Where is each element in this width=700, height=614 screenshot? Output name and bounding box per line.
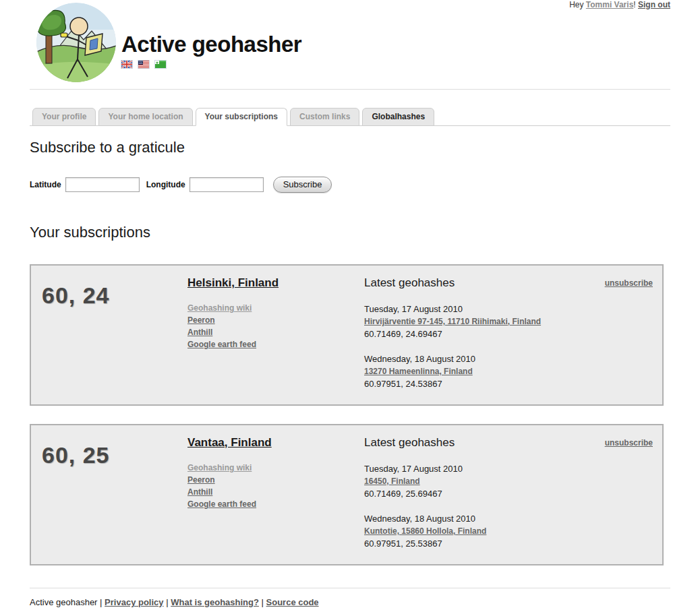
subscribe-button[interactable]: Subscribe [273, 177, 332, 193]
footer-site-name: Active geohasher [30, 597, 97, 607]
header: Active geohasher [30, 0, 670, 90]
latest-geohashes: Latest geohashes Tuesday, 17 August 2010… [364, 276, 541, 396]
geohash-date: Wednesday, 18 August 2010 [364, 353, 541, 365]
geohash-location-link[interactable]: Kuntotie, 15860 Hollola, Finland [364, 527, 486, 536]
geohash-coordinates: 60.71469, 25.69467 [364, 489, 486, 499]
tab-your-subscriptions[interactable]: Your subscriptions [196, 108, 287, 126]
footer-separator: | [100, 597, 102, 607]
privacy-policy-link[interactable]: Privacy policy [105, 597, 163, 607]
latest-geohashes-heading: Latest geohashes [364, 276, 541, 290]
unsubscribe-link[interactable]: unsubscribe [598, 276, 653, 288]
language-flag-us-icon[interactable] [138, 61, 149, 68]
longitude-label: Longitude [146, 180, 185, 189]
geohash-date: Wednesday, 18 August 2010 [364, 513, 486, 524]
subscribe-heading: Subscribe to a graticule [30, 139, 670, 156]
geohashing-wiki-link[interactable]: Geohashing wiki [187, 304, 252, 313]
subscription-card: 60, 24 Helsinki, Finland Geohashing wiki… [30, 264, 664, 406]
tab-your-profile[interactable]: Your profile [32, 108, 96, 126]
geohash-location-link[interactable]: Hirvijärventie 97-145, 11710 Riihimaki, … [364, 317, 541, 326]
what-is-geohashing-link[interactable]: What is geohashing? [171, 597, 259, 607]
anthill-link[interactable]: Anthill [187, 328, 212, 337]
graticule-name-link[interactable]: Helsinki, Finland [187, 276, 279, 290]
geohash-entry: Wednesday, 18 August 2010 13270 Hameenli… [364, 353, 541, 390]
tab-your-home-location[interactable]: Your home location [98, 108, 192, 126]
geohash-coordinates: 60.97951, 25.53867 [364, 539, 486, 549]
latitude-label: Latitude [30, 180, 61, 189]
google-earth-feed-link[interactable]: Google earth feed [187, 500, 256, 509]
geohash-location-link[interactable]: 16450, Finland [364, 477, 420, 486]
geohash-coordinates: 60.71469, 24.69467 [364, 329, 541, 340]
geohash-coordinates: 60.97951, 24.53867 [364, 379, 541, 390]
page: Hey Tommi Varis! Sign out [30, 0, 670, 614]
latest-geohashes: Latest geohashes Tuesday, 17 August 2010… [364, 436, 486, 555]
source-code-link[interactable]: Source code [266, 597, 319, 607]
unsubscribe-link[interactable]: unsubscribe [598, 436, 653, 448]
footer: Active geohasher | Privacy policy | What… [30, 588, 670, 614]
graticule-links: Geohashing wiki Peeron Anthill Google ea… [187, 304, 364, 349]
site-title: Active geohasher [121, 32, 301, 57]
geohash-date: Tuesday, 17 August 2010 [364, 463, 486, 474]
language-flags [121, 61, 301, 68]
graticule-links: Geohashing wiki Peeron Anthill Google ea… [187, 464, 364, 509]
latitude-input[interactable] [65, 177, 140, 192]
subscribe-form: Latitude Longitude Subscribe [30, 175, 670, 194]
latest-geohashes-heading: Latest geohashes [364, 436, 486, 450]
tab-globalhashes[interactable]: Globalhashes [362, 108, 434, 126]
subscription-card: 60, 25 Vantaa, Finland Geohashing wiki P… [30, 424, 664, 565]
longitude-input[interactable] [189, 177, 264, 192]
footer-separator: | [262, 597, 264, 607]
graticule-coordinates: 60, 25 [40, 434, 187, 555]
geohash-location-link[interactable]: 13270 Hameenlinna, Finland [364, 367, 473, 376]
google-earth-feed-link[interactable]: Google earth feed [187, 340, 256, 349]
graticule-name-link[interactable]: Vantaa, Finland [187, 436, 272, 450]
geohash-entry: Wednesday, 18 August 2010 Kuntotie, 1586… [364, 513, 486, 549]
language-flag-esperanto-icon[interactable] [155, 61, 166, 68]
tab-bar: Your profile Your home location Your sub… [30, 108, 670, 126]
peeron-link[interactable]: Peeron [187, 316, 215, 325]
geohash-entry: Tuesday, 17 August 2010 Hirvijärventie 9… [364, 303, 541, 340]
site-logo [36, 3, 116, 82]
geohash-entry: Tuesday, 17 August 2010 16450, Finland 6… [364, 463, 486, 499]
tab-custom-links[interactable]: Custom links [290, 108, 359, 126]
language-flag-uk-icon[interactable] [121, 61, 132, 68]
geohashing-wiki-link[interactable]: Geohashing wiki [187, 464, 252, 472]
peeron-link[interactable]: Peeron [187, 476, 215, 485]
geohash-date: Tuesday, 17 August 2010 [364, 303, 541, 315]
anthill-link[interactable]: Anthill [187, 488, 212, 497]
footer-separator: | [166, 597, 168, 607]
graticule-coordinates: 60, 24 [40, 274, 187, 396]
subscriptions-heading: Your subscriptions [30, 224, 670, 241]
